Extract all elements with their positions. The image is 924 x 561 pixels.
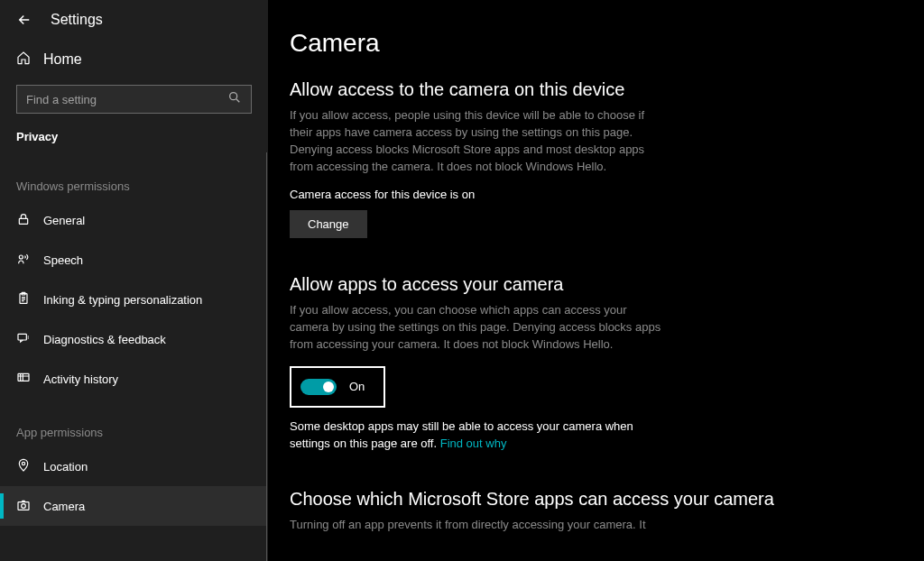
note-text: Some desktop apps may still be able to a… [290,418,669,453]
feedback-icon [16,331,31,348]
back-icon[interactable] [16,12,32,28]
section-heading: Allow access to the camera on this devic… [290,79,906,100]
lock-icon [16,212,31,229]
app-title: Settings [51,12,103,28]
search-input[interactable] [26,93,209,106]
section-windows-permissions: Windows permissions [0,179,266,200]
sidebar-item-location[interactable]: Location [0,446,266,486]
section-description: Turning off an app prevents it from dire… [290,517,669,534]
sidebar-item-label: Activity history [43,372,118,386]
svg-point-0 [230,93,237,100]
main-content: Camera Allow access to the camera on thi… [268,0,924,561]
sidebar-item-label: Location [43,460,88,474]
section-heading: Allow apps to access your camera [290,274,906,295]
search-box[interactable] [16,85,252,114]
status-text: Camera access for this device is on [290,188,906,201]
section-description: If you allow access, you can choose whic… [290,302,669,354]
category-label: Privacy [0,123,268,152]
speech-icon [16,252,31,269]
change-button[interactable]: Change [290,210,367,238]
svg-rect-1 [19,218,27,224]
sidebar-item-speech[interactable]: Speech [0,240,266,280]
camera-icon [16,498,31,515]
sidebar-item-activity[interactable]: Activity history [0,359,266,399]
page-title: Camera [290,29,906,58]
home-icon [16,51,31,69]
home-label: Home [43,51,82,68]
sidebar-item-label: Camera [43,500,85,513]
search-icon [227,90,242,108]
apps-access-toggle[interactable] [300,379,337,395]
section-app-permissions: App permissions [0,426,266,446]
svg-point-9 [22,503,26,508]
section-description: If you allow access, people using this d… [290,107,669,175]
sidebar-list: Windows permissions General Speech Inkin… [0,152,267,561]
section-choose-apps: Choose which Microsoft Store apps can ac… [290,489,906,534]
sidebar-item-camera[interactable]: Camera [0,486,266,526]
sidebar-item-inking[interactable]: Inking & typing personalization [0,280,266,319]
toggle-label: On [349,380,365,393]
title-bar: Settings [0,0,268,40]
sidebar-item-label: Speech [43,253,83,267]
svg-rect-6 [18,373,29,381]
sidebar-item-label: Diagnostics & feedback [43,333,166,346]
sidebar-item-diagnostics[interactable]: Diagnostics & feedback [0,319,266,359]
sidebar-item-general[interactable]: General [0,200,266,240]
sidebar-item-label: General [43,214,85,227]
location-icon [16,458,31,475]
clipboard-icon [16,291,31,308]
svg-rect-8 [18,501,29,510]
svg-point-7 [22,462,24,464]
section-heading: Choose which Microsoft Store apps can ac… [290,489,906,510]
section-apps-access: Allow apps to access your camera If you … [290,274,906,452]
svg-rect-5 [18,334,26,340]
svg-point-2 [19,255,23,259]
sidebar: Settings Home Privacy Windows permission… [0,0,268,561]
toggle-highlight-frame: On [290,366,385,408]
section-device-access: Allow access to the camera on this devic… [290,79,906,238]
sidebar-item-label: Inking & typing personalization [43,293,202,307]
find-out-why-link[interactable]: Find out why [440,437,507,450]
activity-icon [16,371,31,388]
home-nav[interactable]: Home [0,40,268,79]
